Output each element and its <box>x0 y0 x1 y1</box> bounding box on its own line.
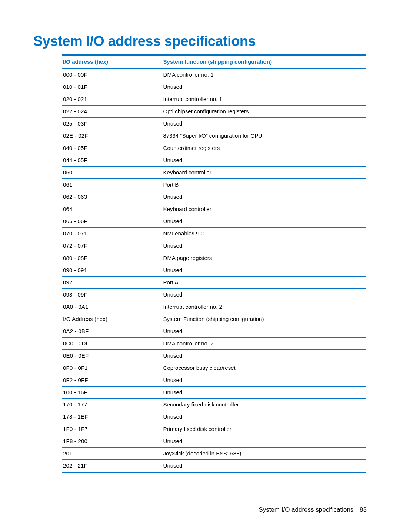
cell-system-function: NMI enable/RTC <box>163 228 366 240</box>
table-row: 0C0 - 0DFDMA controller no. 2 <box>62 338 366 350</box>
cell-io-address: 040 - 05F <box>62 142 163 154</box>
table-row: 080 - 08FDMA page registers <box>62 252 366 264</box>
cell-io-address: 010 - 01F <box>62 81 163 93</box>
cell-system-function: Port B <box>163 179 366 191</box>
page-footer: System I/O address specifications 83 <box>259 506 367 513</box>
cell-system-function: DMA controller no. 1 <box>163 68 366 81</box>
page-title: System I/O address specifications <box>33 33 367 49</box>
table-row: 061Port B <box>62 179 366 191</box>
table-row: 064Keyboard controller <box>62 203 366 215</box>
table-row: I/O Address (hex)System Function (shippi… <box>62 313 366 325</box>
cell-io-address: 100 - 16F <box>62 387 163 399</box>
cell-system-function: Unused <box>163 411 366 423</box>
table-row: 0A2 - 0BFUnused <box>62 325 366 338</box>
cell-system-function: Unused <box>163 264 366 277</box>
cell-system-function: Unused <box>163 460 366 472</box>
cell-system-function: 87334 “Super I/O” configuration for CPU <box>163 130 366 142</box>
cell-system-function: Counter/timer registers <box>163 142 366 154</box>
cell-io-address: 0F0 - 0F1 <box>62 362 163 374</box>
cell-io-address: 064 <box>62 203 163 215</box>
table-row: 202 - 21FUnused <box>62 460 366 472</box>
table-row: 1F8 - 200Unused <box>62 435 366 448</box>
cell-system-function: Unused <box>163 374 366 387</box>
table-row: 070 - 071NMI enable/RTC <box>62 228 366 240</box>
footer-section-title: System I/O address specifications <box>259 506 353 513</box>
table-row: 092Port A <box>62 277 366 289</box>
cell-io-address: 000 - 00F <box>62 68 163 81</box>
table-row: 0F2 - 0FFUnused <box>62 374 366 387</box>
cell-system-function: Primary fixed disk controller <box>163 423 366 435</box>
table-row: 010 - 01FUnused <box>62 81 366 93</box>
cell-io-address: 1F0 - 1F7 <box>62 423 163 435</box>
cell-system-function: Unused <box>163 191 366 203</box>
table-row: 0E0 - 0EFUnused <box>62 350 366 362</box>
cell-system-function: Coprocessor busy clear/reset <box>163 362 366 374</box>
page: System I/O address specifications I/O ad… <box>0 0 400 532</box>
table-row: 0A0 - 0A1Interrupt controller no. 2 <box>62 301 366 313</box>
cell-system-function: DMA controller no. 2 <box>163 338 366 350</box>
cell-system-function: Interrupt controller no. 2 <box>163 301 366 313</box>
cell-io-address: 090 - 091 <box>62 264 163 277</box>
table-row: 100 - 16FUnused <box>62 387 366 399</box>
cell-system-function: Interrupt controller no. 1 <box>163 93 366 106</box>
cell-io-address: 178 - 1EF <box>62 411 163 423</box>
cell-system-function: Unused <box>163 154 366 167</box>
cell-system-function: Opti chipset configuration registers <box>163 106 366 118</box>
cell-system-function: Unused <box>163 118 366 130</box>
table-row: 000 - 00FDMA controller no. 1 <box>62 68 366 81</box>
cell-system-function: Port A <box>163 277 366 289</box>
table-row: 025 - 03FUnused <box>62 118 366 130</box>
table-row: 065 - 06FUnused <box>62 215 366 228</box>
header-system-function: System function (shipping configuration) <box>163 55 366 69</box>
table-row: 062 - 063Unused <box>62 191 366 203</box>
table-row: 02E - 02F87334 “Super I/O” configuration… <box>62 130 366 142</box>
cell-system-function: Keyboard controller <box>163 203 366 215</box>
cell-io-address: 170 - 177 <box>62 399 163 411</box>
cell-io-address: 060 <box>62 167 163 179</box>
cell-io-address: 02E - 02F <box>62 130 163 142</box>
header-io-address: I/O address (hex) <box>62 55 163 69</box>
table-row: 178 - 1EFUnused <box>62 411 366 423</box>
cell-system-function: Unused <box>163 387 366 399</box>
cell-io-address: 1F8 - 200 <box>62 435 163 448</box>
table-row: 093 - 09FUnused <box>62 289 366 301</box>
cell-io-address: 065 - 06F <box>62 215 163 228</box>
cell-io-address: 0A0 - 0A1 <box>62 301 163 313</box>
cell-io-address: 092 <box>62 277 163 289</box>
cell-io-address: 044 - 05F <box>62 154 163 167</box>
cell-system-function: Keyboard controller <box>163 167 366 179</box>
cell-system-function: Unused <box>163 289 366 301</box>
cell-io-address: 020 - 021 <box>62 93 163 106</box>
cell-io-address: 061 <box>62 179 163 191</box>
cell-io-address: 0A2 - 0BF <box>62 325 163 338</box>
cell-io-address: 022 - 024 <box>62 106 163 118</box>
cell-io-address: 080 - 08F <box>62 252 163 264</box>
table-row: 072 - 07FUnused <box>62 240 366 252</box>
cell-io-address: 062 - 063 <box>62 191 163 203</box>
cell-system-function: Unused <box>163 325 366 338</box>
cell-io-address: 025 - 03F <box>62 118 163 130</box>
table-row: 022 - 024Opti chipset configuration regi… <box>62 106 366 118</box>
cell-io-address: I/O Address (hex) <box>62 313 163 325</box>
cell-system-function: Unused <box>163 350 366 362</box>
cell-system-function: System Function (shipping configuration) <box>163 313 366 325</box>
table-row: 090 - 091Unused <box>62 264 366 277</box>
cell-io-address: 201 <box>62 448 163 460</box>
table-row: 044 - 05FUnused <box>62 154 366 167</box>
table-row: 0F0 - 0F1Coprocessor busy clear/reset <box>62 362 366 374</box>
table-row: 060Keyboard controller <box>62 167 366 179</box>
io-address-table: I/O address (hex) System function (shipp… <box>62 54 366 473</box>
table-row: 1F0 - 1F7Primary fixed disk controller <box>62 423 366 435</box>
cell-system-function: Secondary fixed disk controller <box>163 399 366 411</box>
cell-system-function: Unused <box>163 81 366 93</box>
cell-system-function: Unused <box>163 435 366 448</box>
table-row: 201JoyStick (decoded in ESS1688) <box>62 448 366 460</box>
cell-io-address: 093 - 09F <box>62 289 163 301</box>
cell-system-function: Unused <box>163 215 366 228</box>
cell-system-function: DMA page registers <box>163 252 366 264</box>
cell-io-address: 202 - 21F <box>62 460 163 472</box>
cell-io-address: 072 - 07F <box>62 240 163 252</box>
cell-system-function: Unused <box>163 240 366 252</box>
cell-system-function: JoyStick (decoded in ESS1688) <box>163 448 366 460</box>
table-row: 170 - 177Secondary fixed disk controller <box>62 399 366 411</box>
